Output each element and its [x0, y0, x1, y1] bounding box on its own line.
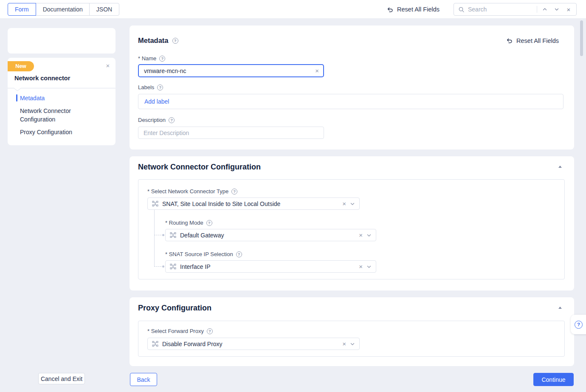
- proxy-config-title: Proxy Configuration: [138, 304, 211, 313]
- search-close-button[interactable]: ×: [564, 5, 573, 14]
- back-button[interactable]: Back: [130, 373, 157, 386]
- chevron-down-icon[interactable]: [350, 201, 355, 206]
- cancel-and-exit-button[interactable]: Cancel and Exit: [38, 373, 85, 384]
- panel-title: Network connector: [14, 75, 70, 82]
- name-field: ×: [138, 64, 324, 77]
- help-glyph: ?: [577, 322, 580, 327]
- add-label-button[interactable]: Add label: [144, 98, 169, 105]
- description-label-row: Description ?: [138, 117, 175, 123]
- close-icon: ×: [315, 67, 319, 74]
- chevron-down-icon[interactable]: [366, 264, 372, 269]
- proxy-config-section: Proxy Configuration * Select Forward Pro…: [130, 297, 574, 366]
- scrollbar-thumb[interactable]: [580, 20, 583, 56]
- close-icon: ×: [359, 231, 363, 239]
- network-config-title: Network Connector Configuration: [138, 163, 261, 172]
- search-input[interactable]: [468, 6, 533, 13]
- close-icon: ×: [342, 200, 346, 207]
- chevron-down-icon: [554, 7, 559, 12]
- collapse-section-button[interactable]: [558, 166, 562, 168]
- name-input[interactable]: [144, 68, 315, 74]
- search-prev-button[interactable]: [541, 5, 549, 14]
- search-next-button[interactable]: [552, 5, 561, 14]
- help-icon[interactable]: ?: [236, 251, 242, 257]
- chevron-down-icon[interactable]: [366, 233, 372, 238]
- forward-proxy-clear-button[interactable]: ×: [342, 341, 346, 347]
- search-icon: [458, 6, 465, 13]
- labels-box: Add label: [138, 94, 563, 109]
- snat-source-ip-select[interactable]: Interface IP ×: [165, 260, 376, 273]
- close-icon: ×: [567, 6, 571, 13]
- sidebar-item-network-connector-configuration[interactable]: Network Connector Configuration: [20, 107, 101, 124]
- help-icon[interactable]: ?: [207, 328, 213, 334]
- continue-button[interactable]: Continue: [533, 373, 574, 386]
- type-label-row: * Select Network Connector Type ?: [147, 188, 237, 195]
- tab-documentation[interactable]: Documentation: [36, 3, 90, 16]
- forward-proxy-select[interactable]: Disable Forward Proxy ×: [147, 338, 360, 350]
- app-root: Form Documentation JSON Reset All Fields…: [0, 0, 586, 392]
- connector-type-clear-button[interactable]: ×: [342, 200, 346, 207]
- metadata-reset-fields-button[interactable]: Reset All Fields: [506, 37, 559, 44]
- help-icon[interactable]: ?: [206, 220, 212, 226]
- forward-proxy-label: * Select Forward Proxy: [147, 328, 204, 334]
- panel-close-button[interactable]: ×: [104, 61, 112, 70]
- help-button[interactable]: ?: [571, 315, 586, 334]
- description-label: Description: [138, 117, 166, 123]
- help-glyph: ?: [208, 329, 211, 333]
- reset-all-fields-label: Reset All Fields: [397, 6, 440, 13]
- proxy-config-fieldset: * Select Forward Proxy ? Disable Forward…: [138, 321, 565, 357]
- forward-proxy-label-row: * Select Forward Proxy ?: [147, 328, 213, 334]
- snat-source-ip-clear-button[interactable]: ×: [359, 263, 363, 270]
- sidebar-item-ncc-label: Network Connector Configuration: [20, 107, 71, 123]
- top-bar: Form Documentation JSON Reset All Fields…: [0, 0, 586, 19]
- network-config-fieldset: * Select Network Connector Type ? SNAT, …: [138, 179, 565, 279]
- forward-proxy-value: Disable Forward Proxy: [162, 341, 338, 347]
- view-tab-group: Form Documentation JSON: [8, 3, 119, 16]
- sidebar-item-proxy-configuration[interactable]: Proxy Configuration: [20, 128, 72, 136]
- tab-form[interactable]: Form: [8, 3, 36, 16]
- labels-label: Labels: [138, 84, 154, 90]
- help-glyph: ?: [174, 38, 177, 43]
- chevron-up-icon: [542, 7, 547, 12]
- snat-source-ip-value: Interface IP: [180, 263, 355, 270]
- name-clear-button[interactable]: ×: [315, 68, 319, 74]
- snat-label: * SNAT Source IP Selection: [165, 251, 233, 257]
- help-icon[interactable]: ?: [172, 38, 178, 44]
- help-glyph: ?: [238, 252, 240, 257]
- name-label-row: * Name ?: [138, 55, 165, 62]
- collapse-section-button[interactable]: [558, 307, 562, 309]
- help-icon[interactable]: ?: [159, 56, 165, 62]
- metadata-header: Metadata ?: [138, 37, 178, 45]
- routing-label-row: * Routing Mode ?: [165, 220, 212, 226]
- search-divider: [537, 6, 537, 13]
- help-icon[interactable]: ?: [157, 85, 163, 90]
- sidebar-item-metadata-label: Metadata: [20, 95, 45, 102]
- help-glyph: ?: [159, 85, 161, 90]
- close-icon: ×: [342, 340, 346, 347]
- sidebar-item-metadata[interactable]: Metadata: [20, 94, 45, 102]
- panel-divider: [8, 88, 116, 88]
- metadata-reset-label: Reset All Fields: [516, 37, 559, 44]
- undo-icon: [506, 37, 513, 44]
- fleet-parent-card: New Fleet: [8, 28, 116, 54]
- help-glyph: ?: [170, 118, 173, 122]
- tab-json[interactable]: JSON: [89, 3, 119, 16]
- tab-form-label: Form: [15, 6, 29, 13]
- help-glyph: ?: [208, 220, 211, 225]
- routing-mode-clear-button[interactable]: ×: [359, 232, 363, 238]
- network-connector-panel: New × Network connector Metadata Network…: [8, 58, 116, 145]
- routing-mode-select[interactable]: Default Gateway ×: [165, 229, 376, 241]
- snat-label-row: * SNAT Source IP Selection ?: [165, 251, 242, 257]
- help-icon[interactable]: ?: [169, 117, 175, 123]
- close-icon: ×: [106, 62, 110, 69]
- help-icon[interactable]: ?: [231, 189, 237, 195]
- connector-type-select[interactable]: SNAT, Site Local Inside to Site Local Ou…: [147, 197, 360, 210]
- metadata-section: Metadata ? Reset All Fields * Name ? × L…: [130, 25, 574, 149]
- network-config-section: Network Connector Configuration * Select…: [130, 156, 574, 290]
- tree-line-vertical: [154, 210, 155, 266]
- metadata-title: Metadata: [138, 37, 169, 45]
- routing-mode-value: Default Gateway: [180, 232, 355, 239]
- description-input[interactable]: [138, 127, 324, 139]
- chevron-down-icon[interactable]: [350, 341, 355, 347]
- reset-all-fields-button[interactable]: Reset All Fields: [386, 0, 440, 19]
- topology-icon: [170, 232, 176, 238]
